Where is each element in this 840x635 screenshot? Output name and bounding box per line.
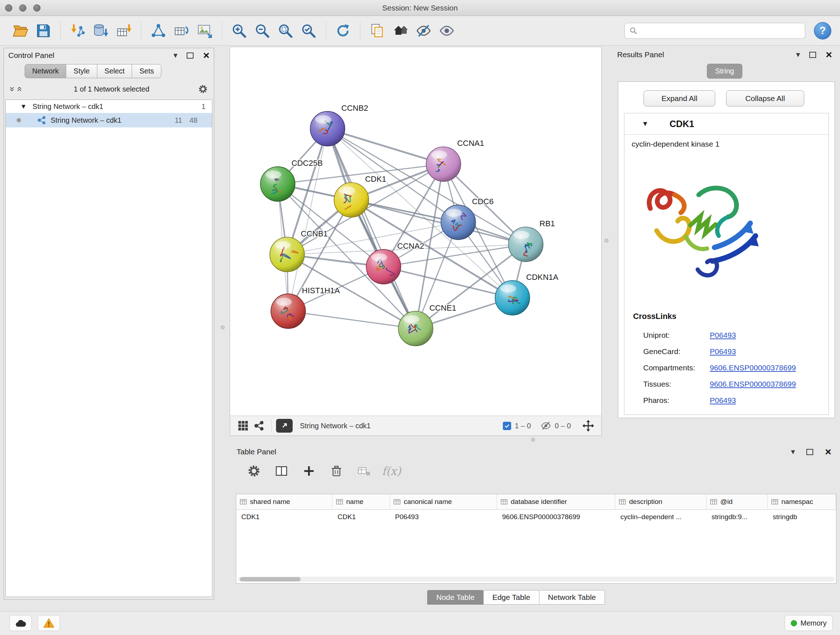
right-splitter-handle[interactable] [605,239,608,242]
table-panel-title: Table Panel [237,448,779,456]
search-box[interactable] [624,23,805,39]
collapse-triangle-icon[interactable]: ▼ [20,103,27,111]
zoom-out-button[interactable] [252,20,273,41]
crosslink-row: Tissues: 9606.ENSP00000378699 [624,376,829,392]
gear-icon[interactable] [198,84,208,94]
new-table-button[interactable] [171,20,192,41]
expand-all-icon[interactable]: « [15,87,25,91]
open-session-button[interactable] [10,20,31,41]
tab-sets[interactable]: Sets [132,64,161,78]
column-header[interactable]: canonical name [390,494,497,509]
add-column-button[interactable] [300,462,318,480]
delete-column-button[interactable] [327,462,346,480]
scrollbar-thumb[interactable] [240,577,301,581]
crosslink-uniprot[interactable]: P06493 [710,331,736,340]
tab-style[interactable]: Style [66,64,97,78]
home-icon [393,23,409,39]
node-table[interactable]: shared name name canonical name database… [236,494,836,584]
close-panel-icon[interactable]: × [825,447,831,457]
column-header[interactable]: @id [706,494,767,509]
tab-select[interactable]: Select [97,64,133,78]
help-button[interactable]: ? [814,22,831,40]
close-panel-icon[interactable]: × [203,50,210,61]
home-view-button[interactable] [390,20,411,41]
search-input[interactable] [641,26,801,35]
zoom-out-icon [254,23,270,39]
open-in-new-window-button[interactable] [276,419,293,432]
tab-edge-table[interactable]: Edge Table [483,590,539,605]
delete-table-icon [357,464,371,478]
left-splitter-handle[interactable] [221,325,225,329]
zoom-fit-button[interactable] [275,20,296,41]
import-network-file-button[interactable] [67,20,88,41]
column-header[interactable]: name [332,494,390,509]
export-image-button[interactable] [194,20,215,41]
results-tabs: String [612,63,837,79]
column-header[interactable]: shared name [236,494,332,509]
column-header[interactable]: namespac [767,494,836,509]
expand-all-button[interactable]: Expand All [644,90,715,106]
column-icon [501,499,508,505]
crosslink-genecard[interactable]: P06493 [710,347,736,356]
import-table-file-button[interactable] [114,20,134,41]
function-builder-button[interactable]: f(x) [382,462,401,480]
cloud-button[interactable] [9,615,32,631]
bottom-splitter-handle[interactable] [531,438,535,442]
network-view-button[interactable] [251,418,267,434]
panel-menu-icon[interactable]: ▾ [796,51,800,59]
show-columns-button[interactable] [272,462,291,480]
memory-button[interactable]: Memory [785,615,833,631]
new-network-button[interactable] [148,20,169,41]
selected-checkbox-icon[interactable] [503,422,511,430]
protein-section-header[interactable]: ▼ CDK1 [624,113,829,135]
import-network-database-button[interactable] [90,20,111,41]
warning-icon [43,618,55,629]
horizontal-scrollbar[interactable] [238,577,835,582]
network-view-panel: CCNB2CCNA1CDC25BCDK1CDC6RB1CCNB1CCNA2CDK… [230,47,602,436]
collapse-all-button[interactable]: Collapse All [726,90,804,106]
close-panel-icon[interactable]: × [826,49,832,60]
current-network-title: String Network – cdk1 [300,422,371,430]
float-panel-icon[interactable] [806,449,813,455]
float-panel-icon[interactable] [809,52,816,58]
network-collection-row[interactable]: ▼ String Network – cdk1 1 [6,100,212,113]
tab-node-table[interactable]: Node Table [427,590,484,605]
table-row[interactable]: CDK1 CDK1 P06493 9606.ENSP00000378699 cy… [236,510,836,524]
network-row-selected[interactable]: String Network – cdk1 11 48 [6,113,212,127]
refresh-button[interactable] [332,20,354,41]
grid-icon [238,420,248,431]
float-panel-icon[interactable] [187,52,194,59]
show-all-button[interactable] [436,20,457,41]
control-panel-tabs: Network Style Select Sets [25,64,214,78]
pan-crosshair-button[interactable] [580,418,596,434]
zoom-fit-icon [278,23,294,39]
table-settings-button[interactable] [245,462,264,480]
panel-menu-icon[interactable]: ▾ [791,448,795,456]
crosslink-pharos[interactable]: P06493 [710,396,736,405]
column-header[interactable]: database identifier [497,494,615,509]
hide-selected-button[interactable] [413,20,434,41]
panel-menu-icon[interactable]: ▾ [173,51,177,59]
tab-network[interactable]: Network [25,64,66,78]
network-canvas[interactable]: CCNB2CCNA1CDC25BCDK1CDC6RB1CCNB1CCNA2CDK… [230,47,601,416]
warnings-button[interactable] [38,615,60,631]
cell-name: CDK1 [332,510,390,524]
crosslink-tissues[interactable]: 9606.ENSP00000378699 [710,380,796,388]
zoom-selected-icon [301,23,317,39]
crosslink-row: Compartments: 9606.ENSP00000378699 [624,359,829,376]
grid-view-button[interactable] [235,418,251,434]
zoom-selected-button[interactable] [298,20,319,41]
collapse-triangle-icon[interactable]: ▼ [642,120,649,128]
copy-document-button[interactable] [367,20,388,41]
save-session-button[interactable] [33,20,54,41]
tab-string[interactable]: String [707,64,742,79]
columns-icon [275,464,288,478]
column-icon [710,499,717,505]
column-header[interactable]: description [615,494,706,509]
tab-network-table[interactable]: Network Table [539,590,605,605]
hidden-eye-icon[interactable] [540,420,551,431]
zoom-in-button[interactable] [229,20,249,41]
crosslink-compartments[interactable]: 9606.ENSP00000378699 [710,363,796,372]
delete-table-button[interactable] [355,462,373,480]
plus-icon [302,464,316,478]
